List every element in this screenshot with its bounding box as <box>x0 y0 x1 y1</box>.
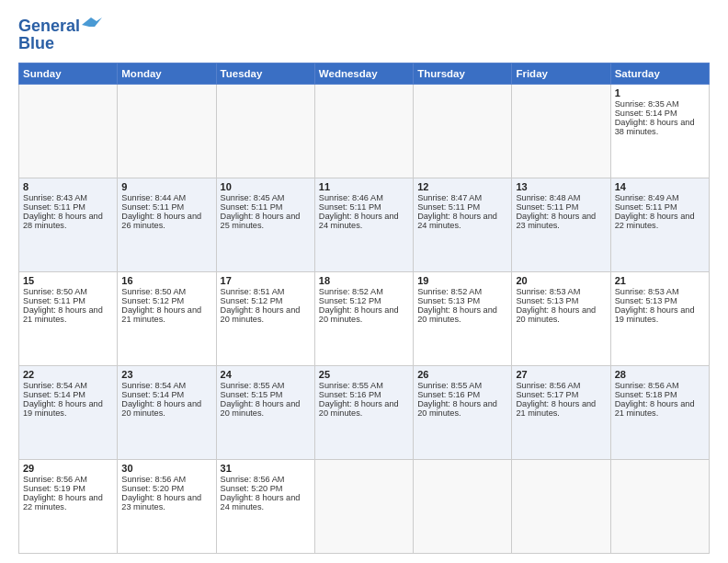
day-number: 15 <box>23 275 113 286</box>
daylight: Daylight: 8 hours and 20 minutes. <box>319 305 399 324</box>
calendar-cell <box>414 85 512 178</box>
sunrise: Sunrise: 8:56 AM <box>221 475 285 484</box>
calendar-cell: 25 Sunrise: 8:55 AM Sunset: 5:16 PM Dayl… <box>314 366 413 460</box>
sunrise: Sunrise: 8:35 AM <box>615 99 679 109</box>
sunrise: Sunrise: 8:55 AM <box>417 381 482 390</box>
week-row-1: 1 Sunrise: 8:35 AM Sunset: 5:14 PM Dayli… <box>19 85 710 178</box>
daylight: Daylight: 8 hours and 20 minutes. <box>221 399 301 418</box>
sunrise: Sunrise: 8:56 AM <box>23 475 87 484</box>
days-of-week-row: SundayMondayTuesdayWednesdayThursdayFrid… <box>19 63 710 85</box>
sunset: Sunset: 5:18 PM <box>615 390 677 399</box>
sunset: Sunset: 5:20 PM <box>121 484 184 493</box>
daylight: Daylight: 8 hours and 20 minutes. <box>417 305 497 324</box>
sunset: Sunset: 5:11 PM <box>516 202 578 212</box>
calendar-cell <box>512 460 610 554</box>
calendar-cell <box>512 85 610 178</box>
day-number: 21 <box>615 275 705 286</box>
calendar-cell: 20 Sunrise: 8:53 AM Sunset: 5:13 PM Dayl… <box>512 272 610 366</box>
daylight: Daylight: 8 hours and 21 minutes. <box>615 399 695 418</box>
daylight: Daylight: 8 hours and 21 minutes. <box>121 305 201 324</box>
daylight: Daylight: 8 hours and 23 minutes. <box>516 212 596 230</box>
sunrise: Sunrise: 8:52 AM <box>319 287 383 296</box>
sunset: Sunset: 5:11 PM <box>417 202 480 212</box>
daylight: Daylight: 8 hours and 23 minutes. <box>121 493 201 511</box>
day-number: 24 <box>221 369 311 380</box>
sunset: Sunset: 5:14 PM <box>23 390 85 399</box>
calendar-cell: 15 Sunrise: 8:50 AM Sunset: 5:11 PM Dayl… <box>19 272 118 366</box>
sunset: Sunset: 5:11 PM <box>615 202 677 212</box>
daylight: Daylight: 8 hours and 19 minutes. <box>23 399 103 418</box>
week-row-4: 22 Sunrise: 8:54 AM Sunset: 5:14 PM Dayl… <box>19 366 710 460</box>
sunrise: Sunrise: 8:49 AM <box>615 193 679 202</box>
day-number: 16 <box>121 275 211 286</box>
calendar-header: SundayMondayTuesdayWednesdayThursdayFrid… <box>19 63 710 85</box>
calendar-cell: 18 Sunrise: 8:52 AM Sunset: 5:12 PM Dayl… <box>314 272 413 366</box>
sunrise: Sunrise: 8:56 AM <box>615 381 679 390</box>
day-header-friday: Friday <box>512 63 610 85</box>
sunrise: Sunrise: 8:50 AM <box>121 287 186 296</box>
calendar-cell <box>314 460 413 554</box>
daylight: Daylight: 8 hours and 20 minutes. <box>417 399 497 418</box>
sunset: Sunset: 5:14 PM <box>615 109 677 118</box>
daylight: Daylight: 8 hours and 28 minutes. <box>23 212 103 230</box>
calendar-cell: 27 Sunrise: 8:56 AM Sunset: 5:17 PM Dayl… <box>512 366 610 460</box>
calendar-cell <box>314 85 413 178</box>
daylight: Daylight: 8 hours and 20 minutes. <box>516 305 596 324</box>
day-number: 23 <box>121 369 211 380</box>
daylight: Daylight: 8 hours and 21 minutes. <box>23 305 103 324</box>
sunrise: Sunrise: 8:54 AM <box>23 381 87 390</box>
logo-blue: Blue <box>18 34 54 53</box>
calendar-cell <box>19 85 118 178</box>
calendar-cell: 22 Sunrise: 8:54 AM Sunset: 5:14 PM Dayl… <box>19 366 118 460</box>
calendar-cell <box>216 85 314 178</box>
daylight: Daylight: 8 hours and 20 minutes. <box>221 305 301 324</box>
logo-general: General <box>18 17 80 36</box>
calendar-cell <box>118 85 216 178</box>
sunrise: Sunrise: 8:54 AM <box>121 381 186 390</box>
sunset: Sunset: 5:11 PM <box>23 202 85 212</box>
calendar-cell: 21 Sunrise: 8:53 AM Sunset: 5:13 PM Dayl… <box>610 272 709 366</box>
calendar-cell: 30 Sunrise: 8:56 AM Sunset: 5:20 PM Dayl… <box>118 460 216 554</box>
sunrise: Sunrise: 8:44 AM <box>121 193 186 202</box>
sunset: Sunset: 5:17 PM <box>516 390 578 399</box>
day-number: 18 <box>319 275 409 286</box>
day-number: 22 <box>23 369 113 380</box>
day-header-thursday: Thursday <box>414 63 512 85</box>
calendar-cell: 29 Sunrise: 8:56 AM Sunset: 5:19 PM Dayl… <box>19 460 118 554</box>
calendar-cell: 12 Sunrise: 8:47 AM Sunset: 5:11 PM Dayl… <box>414 178 512 272</box>
sunset: Sunset: 5:20 PM <box>221 484 283 493</box>
calendar-cell: 28 Sunrise: 8:56 AM Sunset: 5:18 PM Dayl… <box>610 366 709 460</box>
daylight: Daylight: 8 hours and 24 minutes. <box>221 493 301 511</box>
sunset: Sunset: 5:11 PM <box>221 202 283 212</box>
day-number: 14 <box>615 181 705 192</box>
logo: General Blue <box>18 17 102 53</box>
daylight: Daylight: 8 hours and 26 minutes. <box>121 212 201 230</box>
sunset: Sunset: 5:19 PM <box>23 484 85 493</box>
calendar-table: SundayMondayTuesdayWednesdayThursdayFrid… <box>18 63 710 554</box>
sunrise: Sunrise: 8:55 AM <box>221 381 285 390</box>
sunset: Sunset: 5:12 PM <box>221 296 283 305</box>
calendar-cell: 16 Sunrise: 8:50 AM Sunset: 5:12 PM Dayl… <box>118 272 216 366</box>
calendar-page: General Blue SundayMondayTuesdayWednesda… <box>0 0 728 563</box>
sunset: Sunset: 5:12 PM <box>319 296 381 305</box>
svg-marker-0 <box>82 17 102 27</box>
calendar-cell: 24 Sunrise: 8:55 AM Sunset: 5:15 PM Dayl… <box>216 366 314 460</box>
day-number: 9 <box>121 181 211 192</box>
daylight: Daylight: 8 hours and 24 minutes. <box>319 212 399 230</box>
header: General Blue <box>18 17 710 53</box>
calendar-cell: 26 Sunrise: 8:55 AM Sunset: 5:16 PM Dayl… <box>414 366 512 460</box>
day-header-tuesday: Tuesday <box>216 63 314 85</box>
calendar-cell: 31 Sunrise: 8:56 AM Sunset: 5:20 PM Dayl… <box>216 460 314 554</box>
day-number: 8 <box>23 181 113 192</box>
daylight: Daylight: 8 hours and 24 minutes. <box>417 212 497 230</box>
day-number: 17 <box>221 275 311 286</box>
day-number: 11 <box>319 181 409 192</box>
calendar-cell: 9 Sunrise: 8:44 AM Sunset: 5:11 PM Dayli… <box>118 178 216 272</box>
calendar-cell: 10 Sunrise: 8:45 AM Sunset: 5:11 PM Dayl… <box>216 178 314 272</box>
sunset: Sunset: 5:16 PM <box>417 390 480 399</box>
calendar-body: 1 Sunrise: 8:35 AM Sunset: 5:14 PM Dayli… <box>19 85 710 554</box>
sunset: Sunset: 5:16 PM <box>319 390 381 399</box>
sunrise: Sunrise: 8:56 AM <box>516 381 580 390</box>
sunset: Sunset: 5:11 PM <box>319 202 381 212</box>
calendar-cell: 11 Sunrise: 8:46 AM Sunset: 5:11 PM Dayl… <box>314 178 413 272</box>
